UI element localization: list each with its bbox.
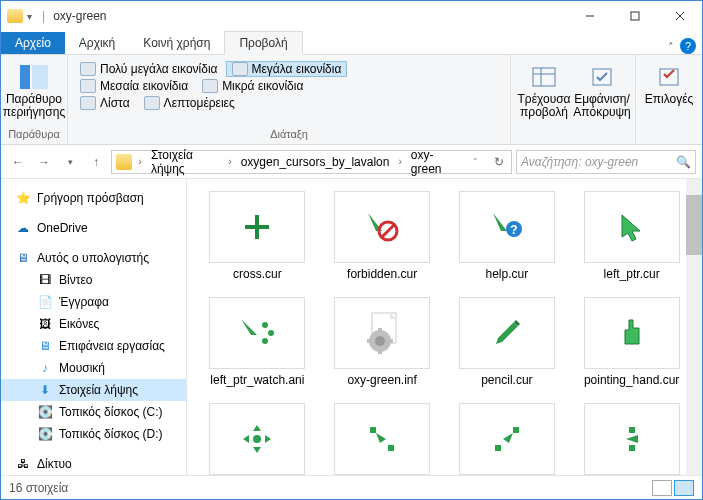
- svg-point-22: [375, 336, 385, 346]
- current-view-button[interactable]: Τρέχουσα προβολή: [517, 61, 571, 121]
- file-item[interactable]: forbidden.cur: [324, 191, 441, 281]
- svg-rect-38: [629, 427, 635, 433]
- tree-documents[interactable]: 📄Έγγραφα: [1, 291, 186, 313]
- file-item[interactable]: left_ptr_watch.ani: [199, 297, 316, 387]
- navigation-pane-button[interactable]: Παράθυρο περιήγησης: [7, 61, 61, 121]
- tab-file[interactable]: Αρχείο: [1, 32, 65, 54]
- svg-rect-39: [629, 445, 635, 451]
- svg-marker-40: [626, 435, 638, 443]
- svg-point-18: [268, 330, 274, 336]
- search-placeholder: Αναζήτηση: oxy-green: [521, 155, 676, 169]
- tree-this-pc[interactable]: 🖥Αυτός ο υπολογιστής: [1, 247, 186, 269]
- tree-downloads[interactable]: ⬇Στοιχεία λήψης: [1, 379, 186, 401]
- layout-medium-icons[interactable]: Μεσαία εικονίδια: [74, 78, 194, 94]
- back-button[interactable]: ←: [7, 151, 29, 173]
- qat-dropdown-icon[interactable]: ▾: [27, 11, 32, 22]
- current-view-label: Τρέχουσα προβολή: [517, 93, 570, 119]
- svg-rect-33: [388, 445, 394, 451]
- tab-home[interactable]: Αρχική: [65, 32, 129, 54]
- minimize-button[interactable]: [567, 1, 612, 31]
- network-icon: 🖧: [15, 456, 31, 472]
- file-item[interactable]: [324, 403, 441, 475]
- address-bar[interactable]: › Στοιχεία λήψης › oxygen_cursors_by_lav…: [111, 150, 512, 174]
- file-item[interactable]: [573, 403, 690, 475]
- pictures-icon: 🖼: [37, 316, 53, 332]
- details-view-button[interactable]: [652, 480, 672, 496]
- svg-rect-35: [513, 427, 519, 433]
- svg-point-17: [262, 322, 268, 328]
- svg-point-19: [262, 338, 268, 344]
- file-item[interactable]: pencil.cur: [449, 297, 566, 387]
- show-hide-button[interactable]: Εμφάνιση/ Απόκρυψη: [575, 61, 629, 121]
- tree-videos[interactable]: 🎞Βίντεο: [1, 269, 186, 291]
- options-button[interactable]: Επιλογές: [642, 61, 696, 108]
- music-icon: ♪: [37, 360, 53, 376]
- tree-desktop[interactable]: 🖥Επιφάνεια εργασίας: [1, 335, 186, 357]
- maximize-button[interactable]: [612, 1, 657, 31]
- forward-button[interactable]: →: [33, 151, 55, 173]
- svg-rect-10: [660, 69, 678, 85]
- ribbon-group-layout: Διάταξη: [74, 128, 504, 142]
- navigation-tree[interactable]: ⭐Γρήγορη πρόσβαση ☁OneDrive 🖥Αυτός ο υπο…: [1, 179, 187, 475]
- svg-marker-29: [243, 435, 249, 443]
- svg-rect-1: [631, 12, 639, 20]
- svg-line-14: [382, 225, 394, 237]
- layout-details[interactable]: Λεπτομέρειες: [138, 95, 241, 111]
- svg-rect-32: [370, 427, 376, 433]
- address-dropdown-button[interactable]: ˅: [463, 151, 487, 173]
- file-label: help.cur: [486, 267, 529, 281]
- svg-rect-4: [20, 65, 30, 89]
- cloud-icon: ☁: [15, 220, 31, 236]
- refresh-button[interactable]: ↻: [487, 151, 511, 173]
- file-item[interactable]: [449, 403, 566, 475]
- breadcrumb-downloads[interactable]: Στοιχεία λήψης: [145, 151, 225, 173]
- title-separator: |: [42, 9, 45, 23]
- navigation-pane-label: Παράθυρο περιήγησης: [3, 93, 65, 119]
- tree-onedrive[interactable]: ☁OneDrive: [1, 217, 186, 239]
- layout-small-icons[interactable]: Μικρά εικονίδια: [196, 78, 309, 94]
- downloads-icon: ⬇: [37, 382, 53, 398]
- tree-drive-c[interactable]: 💽Τοπικός δίσκος (C:): [1, 401, 186, 423]
- file-item[interactable]: cross.cur: [199, 191, 316, 281]
- desktop-icon: 🖥: [37, 338, 53, 354]
- icons-view-button[interactable]: [674, 480, 694, 496]
- tree-drive-d[interactable]: 💽Τοπικός δίσκος (D:): [1, 423, 186, 445]
- collapse-ribbon-icon[interactable]: ˄: [668, 41, 674, 54]
- window-title: oxy-green: [53, 9, 106, 23]
- file-item[interactable]: pointing_hand.cur: [573, 297, 690, 387]
- tree-network[interactable]: 🖧Δίκτυο: [1, 453, 186, 475]
- file-item[interactable]: ? help.cur: [449, 191, 566, 281]
- show-hide-label: Εμφάνιση/ Απόκρυψη: [573, 93, 631, 119]
- tree-pictures[interactable]: 🖼Εικόνες: [1, 313, 186, 335]
- layout-extra-large-icons[interactable]: Πολύ μεγάλα εικονίδια: [74, 61, 224, 77]
- search-input[interactable]: Αναζήτηση: oxy-green 🔍: [516, 150, 696, 174]
- chevron-right-icon[interactable]: ›: [225, 156, 234, 167]
- chevron-right-icon[interactable]: ›: [395, 156, 404, 167]
- file-item[interactable]: [199, 403, 316, 475]
- svg-rect-36: [495, 445, 501, 451]
- svg-text:?: ?: [510, 223, 517, 237]
- file-item[interactable]: oxy-green.inf: [324, 297, 441, 387]
- tree-quick-access[interactable]: ⭐Γρήγορη πρόσβαση: [1, 187, 186, 209]
- file-list-area[interactable]: cross.cur forbidden.cur ? help.cur left_…: [187, 179, 702, 475]
- help-button[interactable]: ?: [680, 38, 696, 54]
- recent-locations-button[interactable]: ▾: [59, 151, 81, 173]
- svg-rect-5: [32, 65, 48, 89]
- svg-marker-37: [503, 433, 513, 443]
- tab-share[interactable]: Κοινή χρήση: [129, 32, 224, 54]
- search-icon: 🔍: [676, 155, 691, 169]
- file-item[interactable]: left_ptr.cur: [573, 191, 690, 281]
- layout-large-icons[interactable]: Μεγάλα εικονίδια: [226, 61, 348, 77]
- tree-music[interactable]: ♪Μουσική: [1, 357, 186, 379]
- scrollbar[interactable]: [686, 179, 702, 475]
- breadcrumb-current[interactable]: oxy-green: [405, 151, 463, 173]
- up-button[interactable]: ↑: [85, 151, 107, 173]
- file-label: left_ptr.cur: [604, 267, 660, 281]
- chevron-right-icon[interactable]: ›: [136, 156, 145, 167]
- drive-icon: 💽: [37, 404, 53, 420]
- tab-view[interactable]: Προβολή: [224, 31, 302, 55]
- file-label: pointing_hand.cur: [584, 373, 679, 387]
- close-button[interactable]: [657, 1, 702, 31]
- layout-list[interactable]: Λίστα: [74, 95, 136, 111]
- breadcrumb-parent[interactable]: oxygen_cursors_by_lavalon: [235, 151, 396, 173]
